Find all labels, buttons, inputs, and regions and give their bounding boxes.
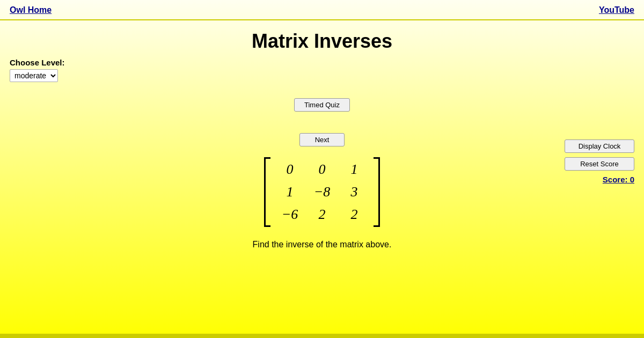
main-area: Timed Quiz Next 0 0 1 1 −8 3 −6 2 2 Find… (0, 98, 644, 249)
level-label: Choose Level: (10, 58, 644, 67)
matrix-cell-1-1: −8 (314, 184, 331, 200)
top-navigation: Owl Home YouTube (0, 0, 644, 20)
youtube-link[interactable]: YouTube (599, 5, 634, 15)
level-section: Choose Level: easy moderate hard (10, 58, 644, 82)
page-title: Matrix Inverses (0, 30, 644, 53)
next-button[interactable]: Next (299, 133, 345, 146)
reset-score-button[interactable]: Reset Score (565, 157, 634, 171)
matrix-cell-1-0: 1 (287, 184, 294, 200)
owl-home-link[interactable]: Owl Home (10, 5, 52, 15)
matrix-cell-2-2: 2 (351, 207, 358, 223)
matrix-instruction: Find the inverse of the matrix above. (253, 240, 392, 249)
score-display[interactable]: Score: 0 (603, 175, 634, 184)
matrix-cell-0-0: 0 (287, 161, 294, 178)
matrix-cell-1-2: 3 (351, 184, 358, 200)
bracket-right (374, 157, 380, 227)
timed-quiz-button[interactable]: Timed Quiz (294, 98, 350, 112)
matrix-cell-0-2: 1 (351, 161, 358, 178)
bottom-bar (0, 334, 644, 338)
matrix-grid: 0 0 1 1 −8 3 −6 2 2 (274, 158, 370, 226)
bracket-left (264, 157, 270, 227)
matrix-cell-2-1: 2 (319, 207, 326, 223)
display-clock-button[interactable]: Display Clock (565, 139, 634, 153)
matrix-cell-0-1: 0 (319, 161, 326, 178)
matrix-cell-2-0: −6 (282, 207, 298, 223)
level-select[interactable]: easy moderate hard (10, 69, 58, 82)
right-panel: Display Clock Reset Score Score: 0 (565, 139, 634, 184)
matrix-container: 0 0 1 1 −8 3 −6 2 2 (264, 157, 380, 227)
